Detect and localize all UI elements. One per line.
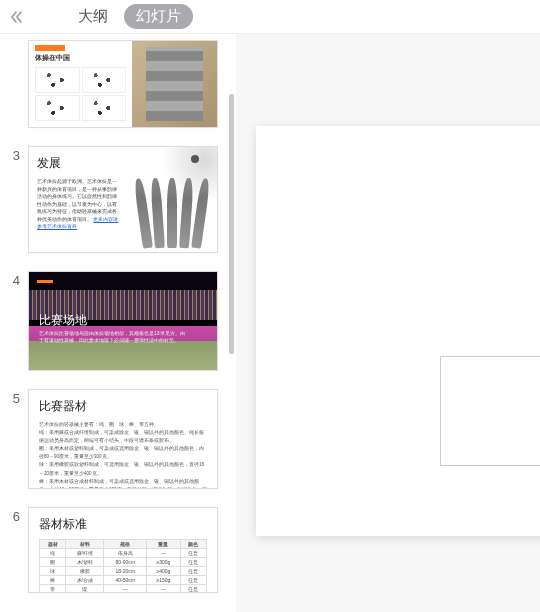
collapse-panel-button[interactable]	[6, 6, 28, 28]
table-cell: 任意	[180, 585, 206, 594]
body-line: 球：采用橡胶或软塑料制成，可选用除金、银、铜以外的其他颜色，直径18～20厘米，…	[39, 461, 207, 477]
table-row: 带缎——任意	[40, 585, 207, 594]
table-cell: 任意	[180, 549, 206, 558]
thumbnail-row: 体操在中国	[0, 40, 236, 128]
thumbnail-row: 4 比赛场地 艺术体操比赛场地与自由体操场地相似，其规格也是13米见方。由于有滚…	[0, 271, 236, 371]
col-header: 材料	[66, 540, 104, 549]
table-cell: 依身高	[104, 549, 147, 558]
current-slide-canvas[interactable]	[256, 126, 540, 536]
body: 体操在中国 3	[0, 34, 540, 612]
slide-number: 3	[0, 146, 28, 163]
table-header-row: 器材 材料 规格 重量 颜色	[40, 540, 207, 549]
slide-content: 体操在中国	[29, 41, 132, 127]
table-cell: 木/合成	[66, 576, 104, 585]
slide-number: 6	[0, 507, 28, 524]
thumbnail-row: 6 器材标准 器材 材料 规格 重量 颜色 绳麻/纤维依身高—任意圈木/塑料80	[0, 507, 236, 593]
slide-thumbnail-6[interactable]: 器材标准 器材 材料 规格 重量 颜色 绳麻/纤维依身高—任意圈木/塑料80-9…	[28, 507, 218, 593]
illustration	[35, 95, 80, 121]
body-line: 圈：采用木材或塑料制成，可染成或选用除金、银、铜以外的其他颜色，内径80～90厘…	[39, 445, 207, 461]
col-header: 规格	[104, 540, 147, 549]
accent-bar	[35, 45, 65, 51]
equipment-table: 器材 材料 规格 重量 颜色 绳麻/纤维依身高—任意圈木/塑料80-90cm≥3…	[39, 539, 207, 593]
app-root: 大纲 幻灯片 体操在中国	[0, 0, 540, 612]
accent-bar	[37, 280, 53, 283]
body-line: 绳：采用麻或合成纤维制成，可染成除金、银、铜以外的其他颜色。绳长根据运动员身高而…	[39, 429, 207, 445]
table-cell: 任意	[180, 576, 206, 585]
content-placeholder[interactable]	[440, 356, 540, 466]
view-tabs: 大纲 幻灯片	[66, 4, 193, 29]
illustration	[82, 67, 127, 93]
slide-title: 发展	[37, 155, 119, 172]
table-cell: 麻/纤维	[66, 549, 104, 558]
slide-thumbnail-2[interactable]: 体操在中国	[28, 40, 218, 128]
table-cell: 带	[40, 585, 66, 594]
illustration-grid	[35, 67, 126, 121]
slide-content: 发展 艺术体操起源于欧洲。艺术体操是一种新兴的体育项目，是一种从事韵律活动的身体…	[29, 147, 127, 252]
figure	[150, 178, 165, 249]
slide-thumbnail-panel: 体操在中国 3	[0, 34, 236, 612]
photo-placeholder	[132, 41, 217, 127]
table-cell: —	[104, 585, 147, 594]
table-cell: 棒	[40, 576, 66, 585]
header-bar: 大纲 幻灯片	[0, 0, 540, 34]
slide-number: 4	[0, 271, 28, 288]
illustration	[82, 95, 127, 121]
scrollbar-thumb[interactable]	[229, 94, 234, 354]
thumbnail-row: 5 比赛器材 艺术体操的轻器械主要有：绳、圈、球、棒、带五种。 绳：采用麻或合成…	[0, 389, 236, 489]
tab-outline[interactable]: 大纲	[66, 4, 120, 29]
table-row: 圈木/塑料80-90cm≥300g任意	[40, 558, 207, 567]
table-row: 球橡胶18-20cm≥400g任意	[40, 567, 207, 576]
table-cell: 绳	[40, 549, 66, 558]
table-cell: ≥150g	[147, 576, 180, 585]
table-cell: —	[147, 549, 180, 558]
table-cell: 任意	[180, 567, 206, 576]
table-cell: ≥400g	[147, 567, 180, 576]
body-line: 棒：采用木材或合成材料制成，可染成或选用除金、银、铜以外的其他颜色，全长40～5…	[39, 478, 207, 489]
slide-title: 比赛器材	[39, 398, 207, 415]
slide-number	[0, 40, 28, 42]
thumbnail-row: 3 发展 艺术体操起源于欧洲。艺术体操是一种新兴的体育项目，是一种从事韵律活动的…	[0, 146, 236, 253]
thumbnail-list[interactable]: 体操在中国 3	[0, 34, 236, 612]
illustration	[35, 67, 80, 93]
table-cell: 圈	[40, 558, 66, 567]
table-cell: 任意	[180, 558, 206, 567]
slide-thumbnail-4[interactable]: 比赛场地 艺术体操比赛场地与自由体操场地相似，其规格也是13米见方。由于有滚动性…	[28, 271, 218, 371]
table-row: 棒木/合成40-50cm≥150g任意	[40, 576, 207, 585]
slide-title: 器材标准	[39, 516, 207, 533]
body-line: 艺术体操的轻器械主要有：绳、圈、球、棒、带五种。	[39, 421, 207, 429]
table-row: 绳麻/纤维依身高—任意	[40, 549, 207, 558]
table-cell: 40-50cm	[104, 576, 147, 585]
ball-icon	[191, 155, 199, 163]
table-cell: 球	[40, 567, 66, 576]
tab-slides[interactable]: 幻灯片	[124, 4, 193, 29]
slide-title: 体操在中国	[35, 53, 126, 63]
table-cell: 80-90cm	[104, 558, 147, 567]
table-cell: 木/塑料	[66, 558, 104, 567]
table-cell: 18-20cm	[104, 567, 147, 576]
slide-number: 5	[0, 389, 28, 406]
thumbnail-scrollbar[interactable]	[229, 94, 234, 394]
figure	[167, 178, 177, 248]
table-cell: 橡胶	[66, 567, 104, 576]
table-cell: 缎	[66, 585, 104, 594]
slide-body: 艺术体操比赛场地与自由体操场地相似，其规格也是13米见方。由于有滚动性器械，因此…	[39, 330, 187, 344]
col-header: 器材	[40, 540, 66, 549]
figure	[133, 178, 153, 249]
table-cell: ≥300g	[147, 558, 180, 567]
slide-thumbnail-5[interactable]: 比赛器材 艺术体操的轻器械主要有：绳、圈、球、棒、带五种。 绳：采用麻或合成纤维…	[28, 389, 218, 489]
photo-placeholder	[127, 147, 217, 252]
slide-thumbnail-3[interactable]: 发展 艺术体操起源于欧洲。艺术体操是一种新兴的体育项目，是一种从事韵律活动的身体…	[28, 146, 218, 253]
col-header: 颜色	[180, 540, 206, 549]
slide-body: 艺术体操起源于欧洲。艺术体操是一种新兴的体育项目，是一种从事韵律活动的身体练习。…	[37, 178, 119, 231]
slide-canvas-area[interactable]	[236, 34, 540, 612]
col-header: 重量	[147, 540, 180, 549]
slide-title: 比赛场地	[39, 312, 87, 329]
figure	[191, 178, 211, 249]
table-cell: —	[147, 585, 180, 594]
